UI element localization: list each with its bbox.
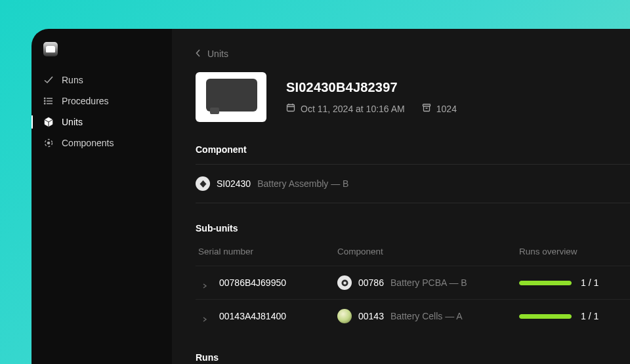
chevron-right-icon[interactable]: [202, 313, 207, 319]
subunit-code: 00143: [358, 311, 384, 321]
list-icon: [43, 96, 54, 106]
box-icon: [43, 117, 54, 127]
col-runs-header: Runs overview: [519, 247, 630, 256]
sidebar-item-components[interactable]: Components: [32, 132, 172, 153]
pcba-icon: [337, 275, 352, 290]
sidebar-item-label: Components: [62, 138, 114, 148]
subunit-serial-cell: 00786B4J69950: [196, 277, 337, 288]
subunit-runs-cell: 1 / 1: [519, 277, 630, 288]
subunit-name: Battery PCBA — B: [390, 277, 467, 288]
subunits-section: Sub-units Serial number Component Runs o…: [196, 223, 630, 333]
sidebar-nav: Runs Procedures Units Components: [32, 70, 172, 153]
cells-icon: [337, 309, 352, 323]
col-component-header: Component: [337, 247, 519, 256]
chevron-left-icon: [196, 49, 201, 59]
breadcrumb[interactable]: Units: [196, 49, 630, 59]
unit-header-meta: SI02430B4J82397 Oct 11, 2024 at 10:16 AM…: [286, 72, 457, 122]
sidebar: Runs Procedures Units Components: [32, 29, 172, 364]
check-icon: [43, 75, 54, 85]
unit-created-at: Oct 11, 2024 at 10:16 AM: [286, 103, 405, 114]
runs-count: 1 / 1: [581, 311, 598, 321]
breadcrumb-label: Units: [207, 49, 228, 59]
component-name: Battery Assembly — B: [257, 178, 348, 189]
subunit-component-cell: 00143 Battery Cells — A: [337, 309, 519, 323]
sidebar-item-runs[interactable]: Runs: [32, 70, 172, 91]
col-serial-header: Serial number: [196, 247, 337, 256]
sidebar-item-units[interactable]: Units: [32, 111, 172, 132]
runs-count: 1 / 1: [581, 277, 598, 288]
unit-header: SI02430B4J82397 Oct 11, 2024 at 10:16 AM…: [196, 72, 630, 122]
battery-image: [200, 76, 262, 118]
subunit-serial: 00143A4J81400: [219, 311, 286, 321]
unit-serial-title: SI02430B4J82397: [286, 80, 457, 95]
subunit-runs-cell: 1 / 1: [519, 311, 630, 321]
component-icon: [196, 176, 210, 191]
calendar-icon: [286, 103, 295, 114]
archive-code-value: 1024: [436, 104, 457, 114]
subunit-row[interactable]: 00786B4J69950 00786 Battery PCBA — B 1 /…: [196, 266, 630, 299]
runs-progress-fill: [519, 314, 572, 319]
subunit-serial-cell: 00143A4J81400: [196, 311, 337, 321]
component-code: SI02430: [217, 178, 251, 189]
svg-point-5: [45, 103, 45, 104]
main-content: Units SI02430B4J82397 Oct 11, 2024 at 10…: [172, 29, 630, 364]
sidebar-item-procedures[interactable]: Procedures: [32, 91, 172, 111]
created-at-value: Oct 11, 2024 at 10:16 AM: [301, 104, 405, 114]
target-icon: [43, 138, 54, 148]
svg-rect-12: [423, 104, 430, 106]
app-logo-glyph: [46, 46, 55, 52]
unit-meta-row: Oct 11, 2024 at 10:16 AM 1024: [286, 103, 457, 114]
runs-section-title: Runs: [196, 352, 630, 363]
svg-point-4: [45, 100, 45, 101]
runs-progress-bar: [519, 314, 572, 319]
subunit-component-cell: 00786 Battery PCBA — B: [337, 275, 519, 290]
component-section-title: Component: [196, 144, 630, 155]
sidebar-item-label: Runs: [62, 75, 83, 85]
svg-point-7: [47, 142, 49, 144]
chevron-right-icon[interactable]: [202, 280, 207, 285]
runs-progress-fill: [519, 281, 572, 285]
subunit-serial: 00786B4J69950: [219, 277, 286, 288]
archive-icon: [422, 103, 431, 114]
svg-point-15: [343, 281, 346, 284]
svg-rect-8: [287, 105, 295, 111]
subunit-code: 00786: [358, 277, 384, 288]
unit-archive-code: 1024: [422, 103, 457, 114]
runs-progress-bar: [519, 281, 572, 285]
svg-point-3: [45, 98, 45, 98]
app-window: Runs Procedures Units Components: [32, 29, 630, 364]
sidebar-item-label: Procedures: [62, 96, 109, 106]
component-row[interactable]: SI02430 Battery Assembly — B: [196, 165, 630, 203]
divider: [196, 203, 630, 203]
sidebar-item-label: Units: [62, 117, 83, 127]
app-logo[interactable]: [43, 42, 58, 56]
subunits-table-head: Serial number Component Runs overview: [196, 243, 630, 266]
component-section: Component SI02430 Battery Assembly — B: [196, 144, 630, 203]
subunit-name: Battery Cells — A: [390, 311, 463, 321]
subunits-title: Sub-units: [196, 223, 630, 233]
subunit-row[interactable]: 00143A4J81400 00143 Battery Cells — A 1 …: [196, 299, 630, 333]
unit-thumbnail[interactable]: [196, 72, 266, 122]
